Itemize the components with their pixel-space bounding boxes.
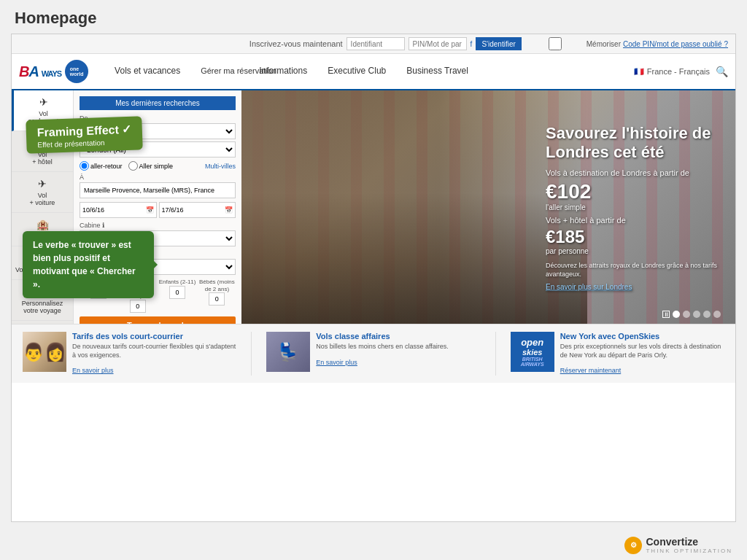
search-icon[interactable]: 🔍 bbox=[716, 66, 728, 77]
return-radio[interactable] bbox=[80, 161, 89, 171]
promo-text-0: Tarifs des vols court-courrier De nouvea… bbox=[72, 332, 236, 376]
promo-text-1: Vols classe affaires Nos billets les moi… bbox=[316, 332, 448, 376]
facebook-icon: f bbox=[471, 40, 473, 48]
destination-input[interactable] bbox=[80, 182, 236, 198]
promo-item-0: 👨‍👩 Tarifs des vols court-courrier De no… bbox=[23, 332, 236, 376]
nav-item-vols-vacances[interactable]: Vols et vacances bbox=[104, 54, 190, 89]
dot-5[interactable] bbox=[713, 311, 721, 318]
convertize-icon: ⚙ bbox=[624, 537, 642, 554]
date-row: 10/6/16 📅 17/6/16 📅 bbox=[80, 202, 236, 218]
multi-city-link[interactable]: Multi-villes bbox=[205, 163, 236, 170]
promo-item-2: open skies BRITISH AIRWAYS New York avec… bbox=[511, 332, 724, 376]
children-label: Enfants (2-11) bbox=[159, 279, 196, 286]
children-col: Enfants (2-11) bbox=[159, 279, 196, 313]
dot-4[interactable] bbox=[703, 311, 711, 318]
promo-text-2: New York avec OpenSkies Des prix excepti… bbox=[560, 332, 724, 376]
date-from-input[interactable]: 10/6/16 📅 bbox=[80, 202, 157, 218]
dot-2[interactable] bbox=[683, 311, 690, 318]
convertize-tagline: THINK OPTIMIZATION bbox=[646, 548, 732, 554]
oneway-radio-label[interactable]: Aller simple bbox=[128, 161, 174, 171]
hero-link[interactable]: En savoir plus sur Londres bbox=[546, 282, 721, 290]
tooltip-text: Le verbe « trouver » est bien plus posit… bbox=[33, 240, 136, 289]
promo-link-2[interactable]: Réserver maintenant bbox=[560, 367, 622, 374]
calendar-icon-2: 📅 bbox=[225, 206, 233, 214]
nav-item-informations[interactable]: Informations bbox=[249, 54, 317, 89]
nav-logo: BA WAYS oneworld bbox=[19, 54, 97, 89]
nav-bar: BA WAYS oneworld Vols et vacances Gérer … bbox=[12, 54, 735, 90]
promo-desc-0: De nouveaux tarifs court-courrier flexib… bbox=[72, 343, 236, 359]
promo-divider-2 bbox=[495, 332, 496, 376]
dates-group: 10/6/16 📅 17/6/16 📅 bbox=[80, 202, 236, 218]
babies-input[interactable] bbox=[209, 292, 225, 306]
promo-bar: 👨‍👩 Tarifs des vols court-courrier De no… bbox=[12, 324, 735, 383]
password-input[interactable] bbox=[409, 37, 467, 50]
children-stepper bbox=[159, 286, 196, 299]
framing-title: Framing Effect ✓ bbox=[37, 123, 132, 139]
cabin-label: Cabine ℹ bbox=[80, 222, 236, 229]
nav-item-gerer[interactable]: Gérer ma réservation bbox=[190, 54, 249, 89]
date-to-input[interactable]: 17/6/16 📅 bbox=[159, 202, 236, 218]
forgot-pin[interactable]: Code PIN/mot de passe oublié ? bbox=[623, 40, 728, 48]
promo-title-2: New York avec OpenSkies bbox=[560, 332, 724, 341]
remember-section: Mémoriser Code PIN/mot de passe oublié ? bbox=[526, 37, 728, 50]
convertize-name: Convertize bbox=[646, 536, 698, 548]
france-flag: 🇫🇷 bbox=[634, 67, 644, 77]
sidebar-label-perso: Personnalisez votre voyage bbox=[15, 300, 70, 314]
signup-label: Inscrivez-vous maintenant bbox=[249, 39, 343, 48]
promo-divider-1 bbox=[251, 332, 252, 376]
babies-label: Bébés (moins de 2 ans) bbox=[198, 279, 236, 292]
page-title: Homepage bbox=[0, 0, 747, 34]
top-bar-right: Mémoriser Code PIN/mot de passe oublié ? bbox=[526, 37, 728, 50]
hotel-icon: 🏨 bbox=[36, 219, 49, 230]
convertize-text-block: Convertize THINK OPTIMIZATION bbox=[646, 536, 732, 554]
identifier-input[interactable] bbox=[347, 37, 405, 50]
language-selector[interactable]: 🇫🇷 France - Français bbox=[634, 67, 710, 77]
search-flights-button[interactable]: Trouver les vols bbox=[80, 316, 236, 324]
sidebar-item-outils[interactable]: 🧳 Outils de voyage bbox=[12, 321, 73, 324]
promo-img-0: 👨‍👩 bbox=[23, 332, 66, 372]
oneworld-logo: oneworld bbox=[65, 60, 88, 83]
oneway-radio[interactable] bbox=[128, 161, 138, 171]
top-bar: Inscrivez-vous maintenant f S'identifier… bbox=[12, 34, 735, 54]
promo-desc-1: Nos billets les moins chers en classe af… bbox=[316, 343, 448, 351]
recent-searches-button[interactable]: Mes dernières recherches bbox=[80, 96, 236, 110]
promo-item-1: 💺 Vols classe affaires Nos billets les m… bbox=[266, 332, 480, 376]
pause-btn[interactable]: ⏸ bbox=[662, 311, 670, 318]
hero-price-2-label: Vols + hôtel à partir de bbox=[546, 215, 721, 224]
promo-title-1: Vols classe affaires bbox=[316, 332, 448, 341]
youth-input[interactable] bbox=[130, 300, 146, 313]
nav-item-business[interactable]: Business Travel bbox=[396, 54, 479, 89]
promo-link-0[interactable]: En savoir plus bbox=[72, 367, 114, 374]
sidebar-item-vol-voiture[interactable]: ✈ Vol+ voiture bbox=[12, 172, 73, 213]
calendar-icon: 📅 bbox=[146, 206, 154, 214]
babies-stepper bbox=[198, 292, 236, 306]
promo-img-2: open skies BRITISH AIRWAYS bbox=[511, 332, 554, 372]
to-label: À bbox=[80, 174, 236, 181]
remember-label: Mémoriser bbox=[587, 40, 621, 48]
hero-price-1: €102 bbox=[546, 179, 721, 203]
trip-type-group: aller-retour Aller simple Multi-villes bbox=[80, 161, 236, 171]
promo-link-1[interactable]: En savoir plus bbox=[316, 359, 357, 366]
nav-item-executive[interactable]: Executive Club bbox=[317, 54, 396, 89]
framing-badge: Framing Effect ✓ Effet de présentation bbox=[26, 116, 143, 154]
children-input[interactable] bbox=[169, 286, 185, 299]
plane-icon: ✈ bbox=[39, 96, 48, 108]
promo-title-0: Tarifs des vols court-courrier bbox=[72, 332, 236, 341]
remember-checkbox[interactable] bbox=[526, 37, 584, 50]
oneway-label: Aller simple bbox=[139, 163, 174, 170]
promo-desc-2: Des prix exceptionnels sur les vols dire… bbox=[560, 343, 724, 359]
dot-3[interactable] bbox=[693, 311, 700, 318]
hero-price2-per: par personne bbox=[546, 246, 721, 254]
login-button[interactable]: S'identifier bbox=[476, 37, 521, 50]
browser-mockup: Framing Effect ✓ Effet de présentation L… bbox=[11, 34, 736, 522]
sidebar-label-volvoiture: Vol+ voiture bbox=[30, 192, 55, 206]
return-radio-label[interactable]: aller-retour bbox=[80, 161, 123, 171]
dot-1[interactable] bbox=[673, 311, 680, 318]
framing-subtitle: Effet de présentation bbox=[37, 138, 132, 149]
tooltip-bubble: Le verbe « trouver » est bien plus posit… bbox=[23, 231, 154, 298]
plane-car-icon: ✈ bbox=[38, 178, 47, 190]
nav-right: 🇫🇷 France - Français 🔍 bbox=[634, 54, 728, 89]
hero-desc: Découvrez les attraits royaux de Londres… bbox=[546, 260, 721, 279]
promo-img-1: 💺 bbox=[266, 332, 310, 372]
language-label: France - Français bbox=[647, 67, 710, 76]
